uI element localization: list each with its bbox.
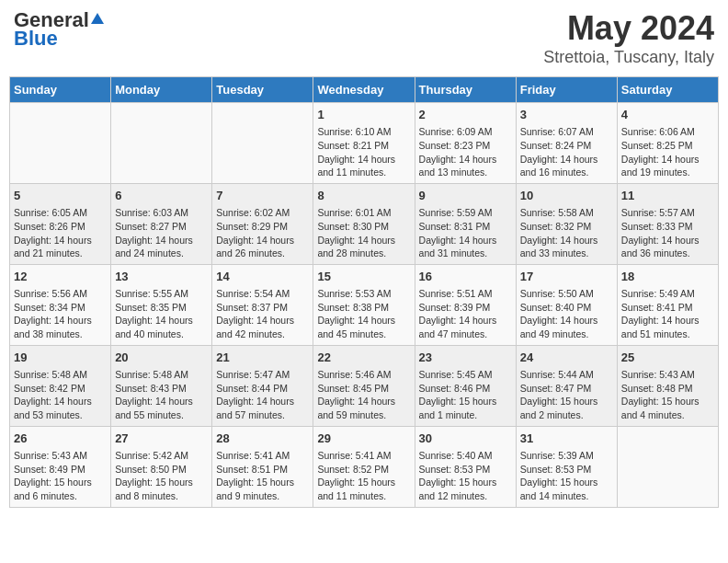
- day-info-line: and 6 minutes.: [14, 490, 77, 501]
- column-header-tuesday: Tuesday: [212, 77, 313, 103]
- day-number: 21: [216, 350, 309, 366]
- day-number: 11: [621, 188, 714, 204]
- day-info-line: Daylight: 14 hours: [621, 315, 700, 326]
- day-info-line: Sunrise: 6:05 AM: [14, 207, 87, 218]
- calendar-cell: 27Sunrise: 5:42 AMSunset: 8:50 PMDayligh…: [111, 426, 212, 507]
- day-number: 30: [419, 431, 512, 447]
- calendar-cell: 6Sunrise: 6:03 AMSunset: 8:27 PMDaylight…: [111, 183, 212, 264]
- day-info-line: Daylight: 15 hours: [520, 396, 598, 407]
- day-info-line: Sunset: 8:23 PM: [419, 140, 491, 151]
- day-info-line: and 42 minutes.: [216, 328, 285, 339]
- calendar-header-row: SundayMondayTuesdayWednesdayThursdayFrid…: [10, 77, 719, 103]
- day-number: 8: [317, 188, 410, 204]
- day-number: 23: [419, 350, 512, 366]
- calendar-cell: 18Sunrise: 5:49 AMSunset: 8:41 PMDayligh…: [617, 264, 718, 345]
- day-info-line: Sunset: 8:53 PM: [419, 464, 491, 475]
- day-info-line: Daylight: 14 hours: [216, 396, 294, 407]
- day-info-line: Daylight: 14 hours: [317, 396, 395, 407]
- day-info-line: Sunset: 8:38 PM: [317, 302, 389, 313]
- day-info-line: Sunrise: 5:48 AM: [115, 369, 188, 380]
- calendar-cell: 25Sunrise: 5:43 AMSunset: 8:48 PMDayligh…: [617, 345, 718, 426]
- day-number: 7: [216, 188, 309, 204]
- day-info-line: and 13 minutes.: [419, 167, 488, 178]
- day-number: 22: [317, 350, 410, 366]
- day-info-line: Sunset: 8:44 PM: [216, 383, 288, 394]
- day-info-line: Sunrise: 5:43 AM: [14, 450, 87, 461]
- day-info-line: and 28 minutes.: [317, 247, 386, 259]
- day-info-line: Sunrise: 5:54 AM: [216, 288, 290, 299]
- day-info-line: Sunrise: 6:03 AM: [115, 207, 188, 218]
- day-info-line: Sunrise: 5:39 AM: [520, 450, 594, 461]
- day-info-line: Daylight: 14 hours: [14, 396, 92, 407]
- calendar-cell: [212, 103, 313, 184]
- day-info-line: Sunrise: 6:06 AM: [621, 126, 695, 137]
- day-info-line: and 55 minutes.: [115, 409, 184, 420]
- calendar-cell: 31Sunrise: 5:39 AMSunset: 8:53 PMDayligh…: [516, 426, 617, 507]
- day-info-line: Sunset: 8:41 PM: [621, 302, 693, 313]
- day-number: 24: [520, 350, 613, 366]
- day-info-line: and 40 minutes.: [115, 328, 184, 339]
- day-info-line: Daylight: 15 hours: [419, 477, 497, 488]
- day-info-line: Sunrise: 5:51 AM: [419, 288, 493, 299]
- day-info-line: Daylight: 14 hours: [216, 315, 294, 326]
- calendar-cell: 4Sunrise: 6:06 AMSunset: 8:25 PMDaylight…: [617, 103, 718, 184]
- day-info-line: Sunrise: 6:10 AM: [317, 126, 391, 137]
- day-info-line: Daylight: 14 hours: [317, 154, 395, 165]
- day-number: 1: [317, 107, 410, 123]
- column-header-monday: Monday: [111, 77, 212, 103]
- column-header-sunday: Sunday: [10, 77, 111, 103]
- day-info-line: Daylight: 15 hours: [419, 396, 497, 407]
- day-info-line: Daylight: 15 hours: [520, 477, 598, 488]
- logo-blue-text: Blue: [14, 28, 58, 50]
- calendar-cell: 8Sunrise: 6:01 AMSunset: 8:30 PMDaylight…: [313, 183, 415, 264]
- calendar-cell: 9Sunrise: 5:59 AMSunset: 8:31 PMDaylight…: [415, 183, 516, 264]
- day-info-line: Daylight: 14 hours: [14, 235, 92, 246]
- calendar-week-row: 12Sunrise: 5:56 AMSunset: 8:34 PMDayligh…: [10, 264, 719, 345]
- day-number: 18: [621, 269, 714, 285]
- day-info-line: Sunrise: 5:48 AM: [14, 369, 87, 380]
- day-number: 29: [317, 431, 410, 447]
- day-number: 16: [419, 269, 512, 285]
- day-info-line: Daylight: 14 hours: [419, 235, 497, 246]
- day-info-line: Sunrise: 5:50 AM: [520, 288, 594, 299]
- calendar-cell: [111, 103, 212, 184]
- calendar-cell: 14Sunrise: 5:54 AMSunset: 8:37 PMDayligh…: [212, 264, 313, 345]
- day-info-line: Daylight: 15 hours: [14, 477, 92, 488]
- day-info-line: Sunset: 8:46 PM: [419, 383, 491, 394]
- day-info-line: and 8 minutes.: [115, 490, 178, 501]
- calendar-cell: 1Sunrise: 6:10 AMSunset: 8:21 PMDaylight…: [313, 103, 415, 184]
- calendar-cell: 12Sunrise: 5:56 AMSunset: 8:34 PMDayligh…: [10, 264, 111, 345]
- day-info-line: Sunrise: 5:46 AM: [317, 369, 391, 380]
- page-header: General Blue May 2024 Strettoia, Tuscany…: [9, 9, 719, 67]
- calendar-cell: 23Sunrise: 5:45 AMSunset: 8:46 PMDayligh…: [415, 345, 516, 426]
- calendar-cell: 15Sunrise: 5:53 AMSunset: 8:38 PMDayligh…: [313, 264, 415, 345]
- day-info-line: Sunrise: 6:09 AM: [419, 126, 493, 137]
- day-info-line: Sunrise: 6:07 AM: [520, 126, 594, 137]
- day-info-line: Sunrise: 5:55 AM: [115, 288, 188, 299]
- calendar-cell: 3Sunrise: 6:07 AMSunset: 8:24 PMDaylight…: [516, 103, 617, 184]
- day-info-line: Sunrise: 5:40 AM: [419, 450, 493, 461]
- day-number: 15: [317, 269, 410, 285]
- day-number: 2: [419, 107, 512, 123]
- day-info-line: Sunrise: 5:42 AM: [115, 450, 188, 461]
- calendar-cell: 16Sunrise: 5:51 AMSunset: 8:39 PMDayligh…: [415, 264, 516, 345]
- calendar-week-row: 1Sunrise: 6:10 AMSunset: 8:21 PMDaylight…: [10, 103, 719, 184]
- column-header-thursday: Thursday: [415, 77, 516, 103]
- day-info-line: Daylight: 14 hours: [520, 235, 598, 246]
- day-info-line: Sunrise: 5:58 AM: [520, 207, 594, 218]
- day-info-line: Sunrise: 5:44 AM: [520, 369, 594, 380]
- day-info-line: Sunrise: 5:41 AM: [216, 450, 290, 461]
- day-info-line: Sunset: 8:39 PM: [419, 302, 491, 313]
- day-info-line: Sunset: 8:49 PM: [14, 464, 85, 475]
- calendar-cell: 24Sunrise: 5:44 AMSunset: 8:47 PMDayligh…: [516, 345, 617, 426]
- day-info-line: Daylight: 15 hours: [216, 477, 294, 488]
- calendar-cell: 11Sunrise: 5:57 AMSunset: 8:33 PMDayligh…: [617, 183, 718, 264]
- calendar-cell: [10, 103, 111, 184]
- day-info-line: Daylight: 14 hours: [317, 315, 395, 326]
- day-number: 26: [14, 431, 107, 447]
- day-info-line: and 19 minutes.: [621, 167, 690, 178]
- day-info-line: Sunset: 8:50 PM: [115, 464, 187, 475]
- day-info-line: Sunset: 8:51 PM: [216, 464, 288, 475]
- day-info-line: Sunset: 8:21 PM: [317, 140, 389, 151]
- day-number: 6: [115, 188, 208, 204]
